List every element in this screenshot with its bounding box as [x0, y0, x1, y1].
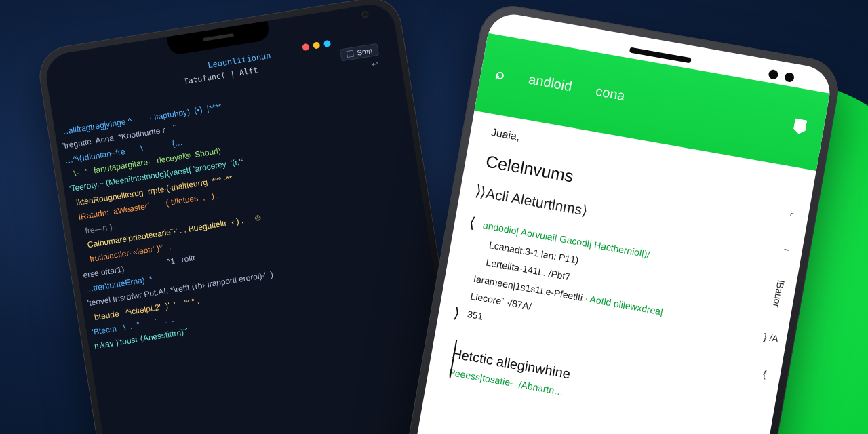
tab-cona[interactable]: cona — [595, 83, 627, 103]
bookmark-icon[interactable] — [793, 118, 808, 135]
phone-code-screen: Smn ↩︎ Leounlitionun Tatufunc⟨ | Alft …a… — [43, 1, 469, 434]
badge: { — [762, 368, 767, 380]
search-icon[interactable]: ⌕ — [494, 64, 506, 83]
editor-title-link[interactable]: Leounlitionun — [207, 51, 271, 71]
editor-tab[interactable]: Smn — [340, 43, 379, 61]
phone-sensor-icon — [784, 72, 795, 83]
phone-camera-icon — [361, 10, 369, 18]
code-token: andodio| — [482, 220, 519, 237]
phone-docs-screen: ⌕ andloid cona Juaia, Celelnvums ⟩Acli A… — [403, 10, 833, 434]
phone-code-editor: Smn ↩︎ Leounlitionun Tatufunc⟨ | Alft …a… — [35, 0, 477, 434]
badge: lBauor — [771, 279, 787, 309]
editor-subtitle: Tatufunc⟨ | Alft — [183, 65, 259, 86]
code-token: /Abnartn… — [518, 378, 565, 397]
window-traffic-lights — [302, 40, 331, 51]
badge: } /A — [763, 332, 779, 345]
tab-android[interactable]: andloid — [528, 71, 574, 94]
expand-dot-icon — [323, 40, 331, 47]
badge: ⌐ — [789, 208, 797, 219]
code-token: lan: P11) — [540, 248, 580, 265]
close-dot-icon — [302, 43, 309, 51]
phone-camera-icon — [768, 69, 778, 80]
code-editor-body[interactable]: …allfragtregjyInge ^ · Itaptuhpy) (•) |*… — [54, 71, 439, 355]
return-hint-icon: ↩︎ — [371, 60, 378, 69]
minimize-dot-icon — [313, 41, 320, 49]
phone-docs-app: ⌕ andloid cona Juaia, Celelnvums ⟩Acli A… — [393, 1, 843, 434]
badge: ~ — [783, 243, 791, 255]
